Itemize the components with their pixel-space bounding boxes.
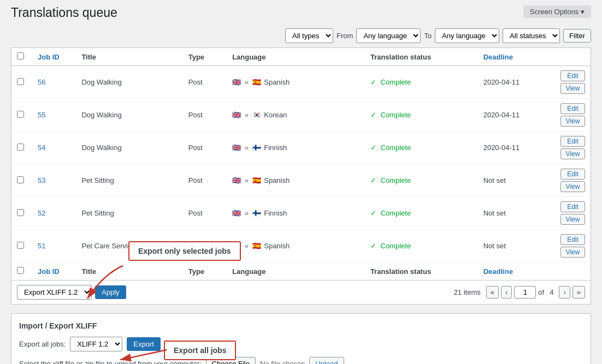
row-title: Dog Walking: [76, 99, 182, 132]
view-button[interactable]: View: [560, 181, 585, 192]
items-count: 21 items: [454, 288, 481, 296]
row-checkbox[interactable]: [17, 111, 24, 118]
row-language: 🇬🇧 » 🇫🇮 Finnish: [227, 132, 365, 164]
upload-label: Select the xliff file or zip file to upl…: [19, 360, 202, 364]
row-language: 🇬🇧 » 🇫🇮 Finnish: [227, 197, 365, 230]
to-language-label: Finnish: [264, 144, 287, 152]
view-button[interactable]: View: [560, 247, 585, 258]
view-button[interactable]: View: [560, 148, 585, 159]
callout-selected-jobs: Export only selected jobs: [128, 241, 241, 261]
row-checkbox[interactable]: [17, 209, 24, 216]
to-language-label: Spanish: [264, 78, 290, 86]
row-actions: Edit View: [541, 132, 591, 164]
export-format-select[interactable]: XLIFF 1.2 XLIFF 2.0: [70, 337, 122, 351]
edit-button[interactable]: Edit: [560, 70, 585, 81]
row-checkbox[interactable]: [17, 78, 24, 85]
callout-selected-label: Export only selected jobs: [138, 247, 231, 255]
row-status: ✓ Complete: [365, 164, 478, 197]
edit-button[interactable]: Edit: [560, 136, 585, 147]
row-checkbox[interactable]: [17, 144, 24, 151]
callout-all-label: Export all jobs: [174, 346, 226, 355]
row-actions: Edit View: [541, 66, 591, 99]
export-button[interactable]: Export: [127, 337, 161, 351]
table-row: 52 Pet Sitting Post 🇬🇧 » 🇫🇮 Finnish ✓ Co…: [11, 197, 591, 230]
bulk-action-select[interactable]: Export XLIFF 1.2 Export XLIFF 2.0: [17, 285, 92, 300]
status-label: Complete: [381, 111, 411, 119]
row-status: ✓ Complete: [365, 230, 478, 262]
status-check-icon: ✓: [370, 242, 376, 250]
row-actions: Edit View: [541, 197, 591, 230]
row-job-id: 54: [32, 132, 76, 164]
import-export-title: Import / Export XLIFF: [19, 321, 583, 330]
to-language-label: Spanish: [264, 176, 290, 184]
status-filter[interactable]: All statuses Complete In progress Pendin…: [503, 28, 560, 43]
first-page-button[interactable]: «: [486, 286, 499, 299]
from-flag-icon: 🇬🇧: [232, 209, 241, 217]
from-flag-icon: 🇬🇧: [232, 78, 241, 86]
export-all-label: Export all jobs:: [19, 340, 66, 348]
view-button[interactable]: View: [560, 214, 585, 225]
col-language: Language: [227, 48, 365, 66]
page-of-label: of: [538, 288, 544, 296]
footer-col-actions: [541, 262, 591, 281]
table-bottom-bar: Export XLIFF 1.2 Export XLIFF 2.0 Apply …: [11, 281, 591, 305]
row-job-id: 52: [32, 197, 76, 230]
row-checkbox[interactable]: [17, 176, 24, 183]
select-all-footer-checkbox[interactable]: [17, 267, 24, 274]
row-status: ✓ Complete: [365, 132, 478, 164]
from-language-filter[interactable]: Any language English Spanish: [356, 28, 421, 43]
row-status: ✓ Complete: [365, 99, 478, 132]
footer-col-deadline[interactable]: Deadline: [478, 262, 541, 281]
table-row: 51 Pet Care Services Post 🇬🇧 » 🇪🇸 Spanis…: [11, 230, 591, 262]
row-deadline: Not set: [478, 197, 541, 230]
col-deadline[interactable]: Deadline: [478, 48, 541, 66]
to-flag-icon: 🇪🇸: [252, 242, 261, 250]
page-title: Translations queue: [11, 5, 591, 20]
to-language-filter[interactable]: Any language Spanish Korean Finnish: [435, 28, 499, 43]
row-checkbox[interactable]: [17, 242, 24, 249]
last-page-button[interactable]: »: [573, 286, 585, 299]
table-row: 54 Dog Walking Post 🇬🇧 » 🇫🇮 Finnish ✓ Co…: [11, 132, 591, 164]
lang-arrow: »: [245, 242, 249, 250]
row-job-id: 56: [32, 66, 76, 99]
status-check-icon: ✓: [370, 176, 376, 184]
screen-options-button[interactable]: Screen Options ▾: [523, 5, 591, 18]
row-deadline: 2020-04-11: [478, 132, 541, 164]
edit-button[interactable]: Edit: [560, 103, 585, 114]
from-flag-icon: 🇬🇧: [232, 144, 241, 152]
edit-button[interactable]: Edit: [560, 169, 585, 180]
row-job-id: 51: [32, 230, 76, 262]
prev-page-button[interactable]: ‹: [501, 286, 512, 299]
page-number-input[interactable]: [514, 286, 536, 299]
edit-button[interactable]: Edit: [560, 201, 585, 212]
row-language: 🇬🇧 » 🇪🇸 Spanish: [227, 164, 365, 197]
no-file-text: No file chosen: [260, 360, 305, 364]
type-filter[interactable]: All types Post Page: [285, 28, 333, 43]
lang-arrow: »: [245, 111, 249, 119]
row-actions: Edit View: [541, 99, 591, 132]
status-check-icon: ✓: [370, 78, 376, 86]
callout-all-jobs: Export all jobs: [164, 341, 236, 360]
translations-table: Job ID Title Type Language Translation s…: [11, 47, 591, 281]
select-all-checkbox[interactable]: [17, 52, 24, 59]
filter-bar: All types Post Page From Any language En…: [11, 28, 591, 43]
row-type: Post: [183, 164, 227, 197]
next-page-button[interactable]: ›: [559, 286, 570, 299]
edit-button[interactable]: Edit: [560, 234, 585, 245]
pagination: 21 items « ‹ of 4 › »: [454, 286, 585, 299]
import-export-section: Import / Export XLIFF Export all jobs: X…: [11, 313, 591, 364]
view-button[interactable]: View: [560, 83, 585, 94]
row-language: 🇬🇧 » 🇪🇸 Spanish: [227, 230, 365, 262]
footer-col-job-id[interactable]: Job ID: [32, 262, 76, 281]
view-button[interactable]: View: [560, 116, 585, 127]
col-job-id[interactable]: Job ID: [32, 48, 76, 66]
upload-button[interactable]: Upload: [309, 357, 344, 364]
table-row: 56 Dog Walking Post 🇬🇧 » 🇪🇸 Spanish ✓ Co…: [11, 66, 591, 99]
status-check-icon: ✓: [370, 144, 376, 152]
row-title: Dog Walking: [76, 66, 182, 99]
apply-button[interactable]: Apply: [95, 285, 126, 299]
total-pages: 4: [550, 288, 553, 296]
filter-button[interactable]: Filter: [563, 29, 591, 43]
col-actions: [541, 48, 591, 66]
status-label: Complete: [381, 176, 411, 184]
